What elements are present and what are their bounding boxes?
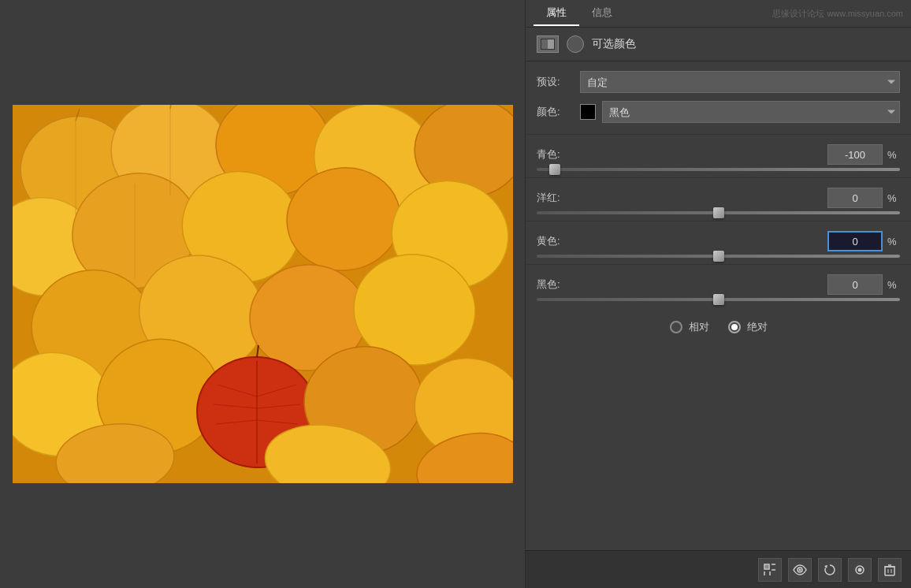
color-select[interactable]: 黑色	[602, 101, 900, 123]
preset-row: 预设: 自定	[537, 71, 900, 93]
yellow-slider-row	[537, 255, 900, 258]
cyan-slider-row	[537, 168, 900, 171]
mask-icon	[537, 35, 559, 53]
magenta-input[interactable]	[827, 188, 883, 208]
color-label: 颜色:	[537, 105, 580, 119]
svg-rect-37	[541, 39, 548, 49]
svg-marker-47	[824, 565, 827, 568]
mask-svg	[541, 39, 555, 50]
black-input[interactable]	[827, 274, 883, 295]
svg-rect-40	[765, 565, 768, 568]
yellow-header: 黄色: %	[537, 231, 900, 251]
magenta-track[interactable]	[537, 211, 900, 214]
tab-properties[interactable]: 属性	[534, 1, 579, 26]
preview-button[interactable]	[788, 558, 812, 582]
svg-rect-38	[548, 39, 554, 49]
visibility-icon	[853, 564, 866, 576]
cyan-label: 青色:	[537, 147, 827, 162]
cyan-input[interactable]	[827, 144, 883, 165]
form-section: 预设: 自定 颜色: 黑色	[526, 61, 911, 134]
cyan-section: 青色: %	[526, 134, 911, 177]
radio-section: 相对 绝对	[526, 307, 911, 347]
yellow-input[interactable]	[827, 231, 883, 251]
panel-title: 可选颜色	[592, 37, 636, 51]
cyan-header: 青色: %	[537, 144, 900, 165]
svg-point-46	[799, 568, 801, 571]
visibility-button[interactable]	[848, 558, 872, 582]
color-row: 颜色: 黑色	[537, 101, 900, 123]
right-panel: 属性 信息 思缘设计论坛 www.missyuan.com 可选颜色 预设:	[525, 0, 911, 588]
cyan-track[interactable]	[537, 168, 900, 171]
black-slider-row	[537, 298, 900, 301]
black-track[interactable]	[537, 298, 900, 301]
magenta-thumb[interactable]	[713, 207, 724, 218]
circle-icon	[567, 35, 584, 53]
eye-icon	[793, 564, 807, 575]
radio-absolute-group[interactable]: 绝对	[728, 320, 768, 334]
yellow-unit: %	[887, 236, 900, 247]
magenta-label: 洋红:	[537, 191, 827, 205]
svg-rect-50	[885, 567, 894, 575]
radio-relative-circle[interactable]	[670, 321, 682, 333]
radio-relative-group[interactable]: 相对	[670, 320, 709, 334]
magenta-section: 洋红: %	[526, 177, 911, 221]
black-header: 黑色: %	[537, 274, 900, 295]
preset-label: 预设:	[537, 75, 580, 89]
yellow-track[interactable]	[537, 255, 900, 258]
watermark-text: 思缘设计论坛 www.missyuan.com	[772, 8, 903, 20]
color-swatch	[580, 104, 596, 120]
cyan-unit: %	[887, 149, 900, 161]
yellow-section: 黄色: %	[526, 221, 911, 264]
rotate-icon	[824, 564, 836, 576]
tab-info[interactable]: 信息	[579, 1, 625, 26]
delete-button[interactable]	[878, 558, 902, 582]
leaf-image	[13, 105, 513, 483]
selection-tool-button[interactable]	[758, 558, 782, 582]
magenta-header: 洋红: %	[537, 188, 900, 208]
radio-relative-label: 相对	[689, 320, 709, 334]
left-panel	[0, 0, 525, 588]
radio-absolute-label: 绝对	[747, 320, 768, 334]
black-section: 黑色: %	[526, 264, 911, 307]
magenta-unit: %	[887, 192, 900, 204]
cyan-thumb[interactable]	[549, 164, 560, 175]
bottom-toolbar	[526, 550, 911, 588]
image-container	[13, 105, 513, 483]
svg-point-49	[858, 568, 862, 571]
trash-icon	[884, 564, 895, 576]
black-unit: %	[887, 279, 900, 291]
properties-panel: 可选颜色 预设: 自定 颜色: 黑色	[526, 28, 911, 550]
yellow-label: 黄色:	[537, 234, 827, 248]
yellow-thumb[interactable]	[713, 251, 724, 262]
black-thumb[interactable]	[713, 294, 724, 305]
black-label: 黑色:	[537, 277, 827, 292]
tabs-bar: 属性 信息 思缘设计论坛 www.missyuan.com	[526, 0, 911, 28]
selection-icon	[764, 564, 776, 576]
magenta-slider-row	[537, 211, 900, 214]
leaf-svg	[13, 105, 513, 483]
reset-button[interactable]	[818, 558, 842, 582]
radio-absolute-circle[interactable]	[728, 321, 741, 333]
preset-select-wrapper: 自定	[580, 71, 900, 93]
panel-header: 可选颜色	[526, 28, 911, 61]
color-select-wrapper: 黑色	[580, 101, 900, 123]
preset-select[interactable]: 自定	[580, 71, 900, 93]
